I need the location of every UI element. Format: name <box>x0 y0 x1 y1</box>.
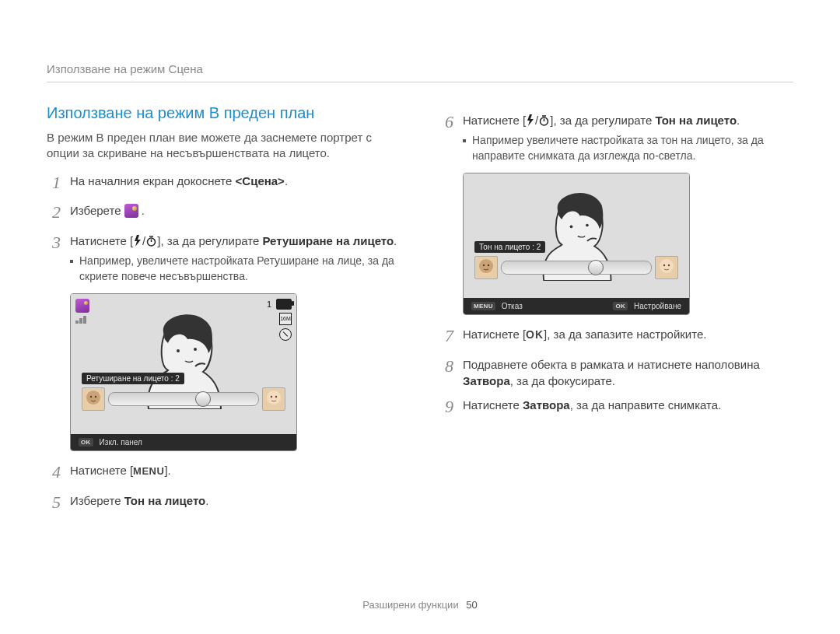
step-number: 7 <box>439 324 453 349</box>
step-number: 4 <box>47 461 61 485</box>
page-footer: Разширени функции 50 <box>0 599 840 611</box>
step-body: Натиснете [MENU]. <box>70 462 401 478</box>
step-bold: <Сцена> <box>236 174 285 187</box>
step-bold: Ретуширане на лицето <box>262 234 394 247</box>
hud-top-right: 1 16M <box>267 299 292 341</box>
svg-point-4 <box>90 396 92 398</box>
svg-point-3 <box>86 391 100 405</box>
ok-key-label: OK <box>79 438 93 447</box>
breadcrumb: Използване на режим Сцена <box>47 62 793 82</box>
step-text: . <box>205 494 208 507</box>
signal-bars-icon <box>75 316 89 324</box>
ok-key-label: OK <box>613 302 628 310</box>
retouch-slider: Ретуширане на лицето : 2 <box>82 370 285 411</box>
battery-icon <box>276 299 292 310</box>
svg-point-13 <box>483 264 485 266</box>
step-text: Изберете <box>70 204 124 217</box>
hud-top-left <box>75 299 89 324</box>
step-text: Подравнете обекта в рамката и натиснете … <box>463 358 760 371</box>
menu-key-icon: MENU <box>133 464 164 478</box>
step-body: Натиснете Затвора, за да направите снимк… <box>463 397 793 413</box>
step-body: Подравнете обекта в рамката и натиснете … <box>463 356 793 389</box>
step-text: , за да фокусирате. <box>510 374 615 387</box>
step-body: Изберете . <box>70 202 401 219</box>
step-text: Натиснете [ <box>463 114 526 127</box>
step-body: Натиснете [OK], за да запазите настройки… <box>463 326 793 343</box>
step-bold: Тон на лицето <box>124 494 206 507</box>
step-number: 9 <box>439 395 453 419</box>
slider-row <box>474 256 678 279</box>
step-bold: Затвора <box>463 374 510 387</box>
slider-row <box>82 387 285 411</box>
step-text: На началния екран докоснете <box>70 174 236 187</box>
step-7: 7 Натиснете [OK], за да запазите настрой… <box>439 326 793 349</box>
step-text: Натиснете [ <box>463 328 526 341</box>
flash-icon <box>526 114 535 130</box>
step-number: 6 <box>439 110 453 135</box>
sub-text: Например, увеличете настройката Ретушира… <box>79 254 401 284</box>
step-text: ], за да регулирате <box>550 114 655 127</box>
camera-preview: Тон на лицето : 2 <box>464 173 689 298</box>
step-text: Натиснете [ <box>70 464 133 477</box>
footer-text: Настройване <box>634 302 681 310</box>
step-text: . <box>737 114 740 127</box>
ok-key-icon: OK <box>526 328 544 343</box>
step-number: 2 <box>47 201 61 225</box>
step-3: 3 Натиснете [/], за да регулирате Ретуши… <box>47 233 401 284</box>
camera-screenshot-retouch: 1 16M <box>70 293 297 451</box>
svg-point-6 <box>267 391 281 405</box>
camera-screenshot-tone: Тон на лицето : 2 <box>463 173 690 315</box>
shots-remaining: 1 <box>267 299 271 309</box>
step-9: 9 Натиснете Затвора, за да направите сни… <box>439 397 793 419</box>
camera-preview: 1 16M <box>71 294 296 434</box>
step-body: Натиснете [/], за да регулирате Ретушира… <box>70 233 401 284</box>
slider-knob[interactable] <box>588 260 604 275</box>
step-2: 2 Изберете . <box>47 202 401 225</box>
step-number: 3 <box>47 231 61 255</box>
svg-point-1 <box>177 349 180 352</box>
svg-point-14 <box>488 264 489 266</box>
camera-footer: OK Изкл. панел <box>71 434 296 450</box>
step-6: 6 Натиснете [/], за да регулирате Тон на… <box>439 112 793 163</box>
step-text: Натиснете <box>463 398 523 412</box>
bullet-icon <box>463 139 466 142</box>
slider-knob[interactable] <box>195 391 211 407</box>
mode-indicator-icon <box>75 299 89 313</box>
step-text: , за да направите снимката. <box>570 398 722 412</box>
camera-footer: MENU Отказ OK Настройване <box>464 298 689 314</box>
two-column-layout: Използване на режим В преден план В режи… <box>47 104 793 523</box>
section-title: Използване на режим В преден план <box>47 104 401 122</box>
slider-track[interactable] <box>108 392 259 406</box>
sub-text: Например увеличете настройката за тон на… <box>472 133 793 163</box>
slider-label: Ретуширане на лицето : 2 <box>82 373 184 384</box>
timer-icon <box>145 234 157 250</box>
footer-text: Отказ <box>502 302 523 310</box>
step-text: . <box>285 174 288 187</box>
tone-slider: Тон на лицето : 2 <box>474 239 678 279</box>
step-text: ], за да запазите настройките. <box>544 328 706 341</box>
step-text: . <box>394 234 397 247</box>
step-bold: Тон на лицето <box>655 114 737 127</box>
svg-point-5 <box>95 396 96 398</box>
step-number: 1 <box>47 171 61 195</box>
step-bold: Затвора <box>523 398 570 412</box>
step-body: Натиснете [/], за да регулирате Тон на л… <box>463 112 793 163</box>
svg-point-12 <box>479 259 493 273</box>
face-thumb-light <box>655 256 678 279</box>
svg-point-10 <box>570 226 573 229</box>
bullet-icon <box>70 260 73 263</box>
svg-point-15 <box>660 259 674 273</box>
slider-track[interactable] <box>501 261 652 275</box>
flash-icon <box>133 234 142 250</box>
left-column: Използване на режим В преден план В режи… <box>47 104 401 523</box>
step-text: Натиснете [ <box>70 234 133 247</box>
step-text: Изберете <box>70 494 124 507</box>
footer-section: Разширени функции <box>362 599 458 611</box>
timer-icon <box>538 114 550 130</box>
manual-page: Използване на режим Сцена Използване на … <box>0 0 840 634</box>
page-number: 50 <box>466 599 477 611</box>
intro-text: В режим В преден план вие можете да засн… <box>47 130 401 162</box>
footer-text: Изкл. панел <box>100 438 142 447</box>
step-body: На началния екран докоснете <Сцена>. <box>70 173 401 189</box>
sub-bullet: Например увеличете настройката за тон на… <box>463 133 793 163</box>
